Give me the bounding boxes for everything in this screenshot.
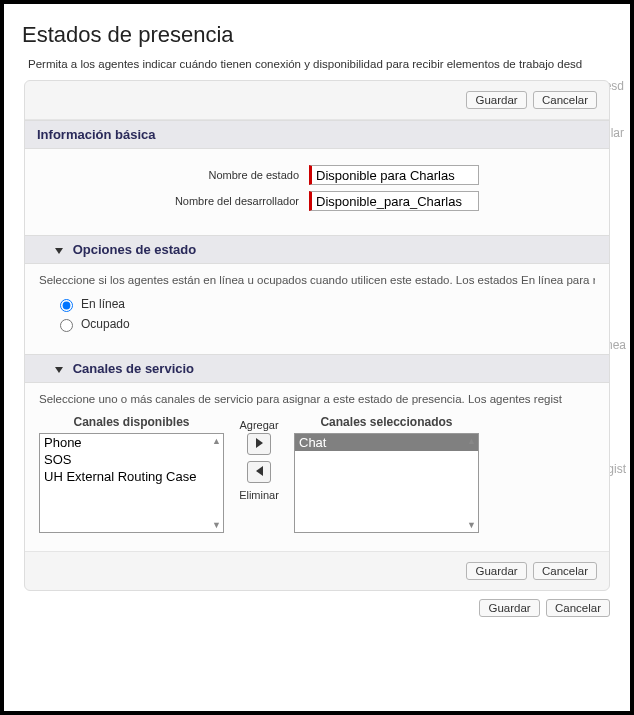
add-label: Agregar bbox=[234, 419, 284, 431]
save-button[interactable]: Guardar bbox=[466, 91, 526, 109]
selected-listbox[interactable]: ▲ ▼ Chat bbox=[294, 433, 479, 533]
section-basic-body: Nombre de estado Nombre del desarrollado… bbox=[25, 149, 609, 235]
channels-layout: Canales disponibles ▲ ▼ PhoneSOSUH Exter… bbox=[39, 415, 595, 533]
remove-label: Eliminar bbox=[234, 489, 284, 501]
radio-busy[interactable] bbox=[60, 319, 73, 332]
scroll-down-icon: ▼ bbox=[467, 520, 476, 530]
page-description: Permita a los agentes indicar cuándo tie… bbox=[4, 58, 630, 80]
form-panel: Guardar Cancelar Información básica Nomb… bbox=[24, 80, 610, 591]
inner-footer-row: Guardar Cancelar bbox=[25, 551, 609, 590]
remove-button[interactable] bbox=[247, 461, 271, 483]
scroll-up-icon: ▲ bbox=[467, 436, 476, 446]
section-channels-title: Canales de servicio bbox=[73, 361, 194, 376]
list-item[interactable]: Chat bbox=[295, 434, 478, 451]
field-state-name-input[interactable] bbox=[309, 165, 479, 185]
radio-online-label: En línea bbox=[81, 297, 125, 311]
outer-footer-row: Guardar Cancelar bbox=[4, 591, 630, 625]
scroll-down-icon: ▼ bbox=[212, 520, 221, 530]
save-button[interactable]: Guardar bbox=[479, 599, 539, 617]
chevron-down-icon bbox=[55, 367, 63, 373]
list-item[interactable]: UH External Routing Case bbox=[40, 468, 223, 485]
save-button[interactable]: Guardar bbox=[466, 562, 526, 580]
cancel-button[interactable]: Cancelar bbox=[533, 562, 597, 580]
field-state-name-label: Nombre de estado bbox=[39, 169, 309, 181]
transfer-column: Agregar Eliminar bbox=[234, 415, 284, 501]
radio-online[interactable] bbox=[60, 299, 73, 312]
options-help-text: Seleccione si los agentes están en línea… bbox=[39, 274, 595, 286]
section-options-body: Seleccione si los agentes están en línea… bbox=[25, 264, 609, 354]
field-state-name-row: Nombre de estado bbox=[39, 165, 595, 185]
list-item[interactable]: SOS bbox=[40, 451, 223, 468]
scroll-up-icon: ▲ bbox=[212, 436, 221, 446]
channels-help-text: Seleccione uno o más canales de servicio… bbox=[39, 393, 595, 405]
available-column: Canales disponibles ▲ ▼ PhoneSOSUH Exter… bbox=[39, 415, 224, 533]
chevron-down-icon bbox=[55, 248, 63, 254]
selected-column: Canales seleccionados ▲ ▼ Chat bbox=[294, 415, 479, 533]
radio-busy-label: Ocupado bbox=[81, 317, 130, 331]
page-title: Estados de presencia bbox=[4, 4, 630, 58]
available-listbox[interactable]: ▲ ▼ PhoneSOSUH External Routing Case bbox=[39, 433, 224, 533]
cancel-button[interactable]: Cancelar bbox=[533, 91, 597, 109]
field-dev-name-input[interactable] bbox=[309, 191, 479, 211]
selected-label: Canales seleccionados bbox=[294, 415, 479, 429]
section-basic-header: Información básica bbox=[25, 120, 609, 149]
available-label: Canales disponibles bbox=[39, 415, 224, 429]
section-options-header[interactable]: Opciones de estado bbox=[25, 235, 609, 264]
list-item[interactable]: Phone bbox=[40, 434, 223, 451]
radio-online-row[interactable]: En línea bbox=[55, 296, 595, 312]
ghost-lar: lar bbox=[611, 126, 624, 140]
field-dev-name-label: Nombre del desarrollador bbox=[39, 195, 309, 207]
section-basic-title: Información básica bbox=[37, 127, 155, 142]
cancel-button[interactable]: Cancelar bbox=[546, 599, 610, 617]
arrow-left-icon bbox=[256, 466, 263, 476]
add-button[interactable] bbox=[247, 433, 271, 455]
radio-busy-row[interactable]: Ocupado bbox=[55, 316, 595, 332]
field-dev-name-row: Nombre del desarrollador bbox=[39, 191, 595, 211]
section-channels-header[interactable]: Canales de servicio bbox=[25, 354, 609, 383]
section-options-title: Opciones de estado bbox=[73, 242, 197, 257]
section-channels-body: Seleccione uno o más canales de servicio… bbox=[25, 383, 609, 551]
arrow-right-icon bbox=[256, 438, 263, 448]
top-button-row: Guardar Cancelar bbox=[25, 81, 609, 120]
page-container: desd lar n línea regist Estados de prese… bbox=[4, 4, 630, 711]
